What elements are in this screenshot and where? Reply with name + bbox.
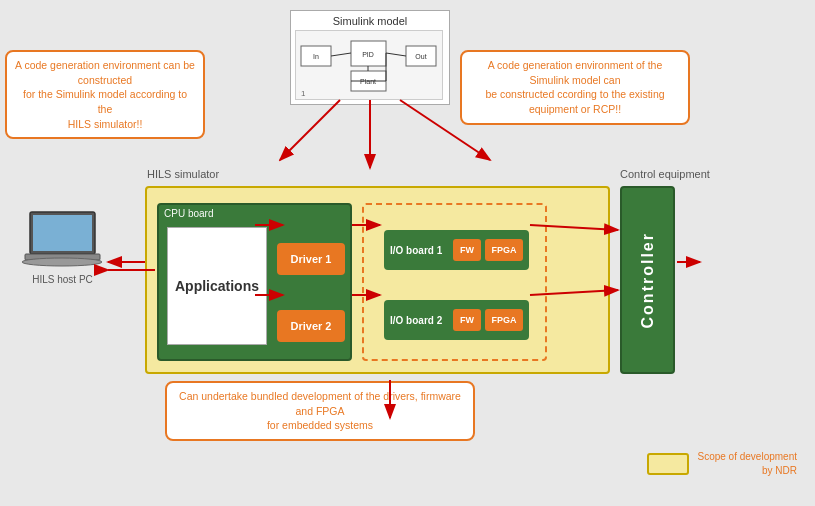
callout-right: A code generation environment of the Sim… xyxy=(460,50,690,125)
applications-box: Applications xyxy=(167,227,267,345)
controller-box: Controller xyxy=(620,186,675,374)
io-board2-label: I/O board 2 xyxy=(390,315,449,326)
scope-box xyxy=(647,453,689,475)
control-equipment-label: Control equipment xyxy=(620,168,710,180)
driver2-box: Driver 2 xyxy=(277,310,345,342)
callout-bottom-text: Can undertake bundled development of the… xyxy=(179,390,461,431)
hils-host-label: HILS host PC xyxy=(20,274,105,285)
callout-left: A code generation environment can be con… xyxy=(5,50,205,139)
io-board1-label: I/O board 1 xyxy=(390,245,449,256)
io-area: I/O board 1 FW FPGA I/O board 2 FW FPGA xyxy=(362,203,547,361)
cpu-board-label: CPU board xyxy=(164,208,213,219)
scope-legend: Scope of development by NDR xyxy=(647,450,797,478)
hils-outer-box: CPU board Applications Driver 1 Driver 2… xyxy=(145,186,610,374)
scope-line2: by NDR xyxy=(762,465,797,476)
callout-right-text: A code generation environment of the Sim… xyxy=(485,59,664,115)
fpga1-chip: FPGA xyxy=(485,239,523,261)
svg-point-17 xyxy=(22,258,102,266)
simulink-title: Simulink model xyxy=(295,15,445,27)
simulink-diagram: In PID Plant Out 1 xyxy=(295,30,443,100)
main-diagram: HILS simulator CPU board Applications Dr… xyxy=(145,168,685,378)
fpga2-chip: FPGA xyxy=(485,309,523,331)
cpu-board: CPU board Applications Driver 1 Driver 2 xyxy=(157,203,352,361)
controller-text: Controller xyxy=(639,232,657,328)
applications-text: Applications xyxy=(175,278,259,294)
hils-host-pc: HILS host PC xyxy=(20,210,105,285)
laptop-icon xyxy=(20,210,105,268)
svg-text:1: 1 xyxy=(301,89,306,98)
fw2-chip: FW xyxy=(453,309,481,331)
svg-text:PID: PID xyxy=(362,51,374,58)
svg-text:Out: Out xyxy=(415,53,426,60)
simulink-model-box: Simulink model In PID Plant Out 1 xyxy=(290,10,450,105)
svg-text:In: In xyxy=(313,53,319,60)
driver1-box: Driver 1 xyxy=(277,243,345,275)
svg-line-8 xyxy=(331,53,351,56)
callout-left-text: A code generation environment can be con… xyxy=(15,59,195,130)
io-board-1: I/O board 1 FW FPGA xyxy=(384,230,529,270)
svg-line-9 xyxy=(386,53,406,56)
scope-text: Scope of development by NDR xyxy=(697,450,797,478)
svg-line-20 xyxy=(280,100,340,160)
scope-line1: Scope of development xyxy=(697,451,797,462)
hils-simulator-label: HILS simulator xyxy=(147,168,219,180)
fw1-chip: FW xyxy=(453,239,481,261)
svg-rect-15 xyxy=(33,215,92,251)
io-board-2: I/O board 2 FW FPGA xyxy=(384,300,529,340)
callout-bottom: Can undertake bundled development of the… xyxy=(165,381,475,441)
